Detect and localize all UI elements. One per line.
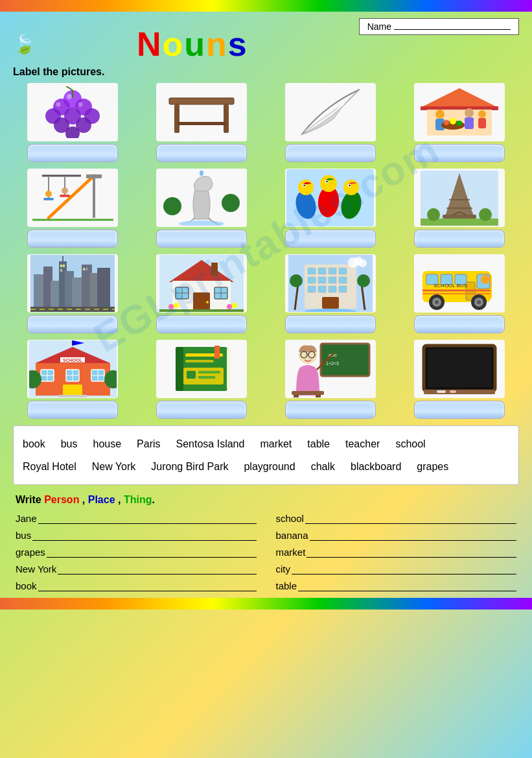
write-school-line[interactable]: [305, 512, 516, 524]
svg-point-119: [290, 274, 303, 287]
svg-rect-109: [308, 277, 316, 283]
svg-rect-111: [329, 277, 336, 283]
write-city-line[interactable]: [292, 563, 516, 574]
svg-rect-33: [86, 174, 102, 178]
wb-blackboard: blackboard: [351, 455, 401, 478]
pic-label-teacher[interactable]: [285, 401, 376, 419]
svg-point-138: [435, 300, 439, 304]
pic-label-hotel[interactable]: [285, 315, 376, 333]
pic-newyork: [27, 254, 118, 313]
pic-cell-book: [142, 340, 262, 419]
pic-label-table[interactable]: [156, 144, 247, 162]
svg-point-30: [457, 121, 462, 126]
svg-rect-172: [198, 371, 220, 373]
svg-rect-184: [316, 395, 321, 397]
pic-label-market[interactable]: [414, 144, 505, 162]
svg-rect-115: [329, 286, 336, 292]
pic-label-grapes[interactable]: [27, 144, 118, 162]
thing-label: Thing: [124, 494, 152, 505]
svg-rect-158: [58, 395, 87, 397]
pic-label-paris[interactable]: [414, 230, 505, 248]
name-label: Name: [367, 21, 391, 32]
write-bus-label: bus: [16, 530, 31, 541]
pic-market: [414, 83, 505, 141]
pic-label-book[interactable]: [156, 401, 247, 419]
write-banana: banana: [276, 529, 517, 541]
svg-rect-76: [97, 268, 110, 310]
svg-point-39: [45, 191, 52, 197]
pic-cell-grapes: [13, 83, 133, 162]
svg-point-65: [427, 208, 440, 221]
svg-rect-26: [478, 118, 486, 128]
leaf-icon: 🍃: [13, 34, 36, 55]
write-table-line[interactable]: [298, 580, 516, 591]
letter-N: N: [137, 25, 163, 63]
svg-rect-117: [322, 297, 339, 309]
wb-chalk: chalk: [311, 455, 335, 478]
write-jane-label: Jane: [16, 513, 37, 524]
svg-point-23: [465, 108, 474, 117]
svg-rect-165: [227, 349, 231, 389]
wb-playground: playground: [244, 455, 295, 478]
svg-point-125: [359, 259, 367, 267]
pic-label-merlion[interactable]: [156, 230, 247, 248]
write-grapes-line[interactable]: [47, 546, 257, 558]
write-market-line[interactable]: [306, 546, 516, 558]
pic-table: [156, 83, 247, 141]
pic-label-house[interactable]: [156, 315, 247, 333]
pic-label-parrots[interactable]: [285, 230, 376, 248]
write-book-line[interactable]: [38, 580, 257, 591]
svg-point-53: [304, 185, 305, 186]
svg-rect-82: [86, 268, 87, 270]
write-jane-line[interactable]: [38, 512, 257, 524]
main-content: 🍃 Nouns Name Label the pictures.: [0, 12, 532, 598]
person-label: Person: [44, 494, 79, 505]
pic-label-blackboard[interactable]: [414, 401, 505, 419]
svg-point-99: [174, 303, 179, 308]
svg-line-32: [49, 176, 94, 218]
pic-label-feather[interactable]: [285, 144, 376, 162]
write-market: market: [276, 546, 517, 558]
write-table: table: [276, 580, 517, 591]
svg-text:SCHOOL BUS: SCHOOL BUS: [434, 283, 467, 289]
wb-royalhotel: Royal Hotel: [23, 455, 76, 478]
write-grapes-label: grapes: [16, 547, 45, 558]
pic-cell-hotel: [271, 254, 391, 333]
svg-rect-107: [329, 268, 336, 274]
svg-rect-113: [308, 286, 316, 292]
letter-n: n: [206, 25, 228, 63]
pic-cell-paris: [399, 169, 519, 248]
svg-point-66: [479, 208, 492, 221]
write-newyork: New York: [16, 563, 257, 574]
svg-point-42: [163, 197, 181, 215]
pictures-grid: SCHOOL BUS: [13, 83, 519, 419]
write-jane: Jane: [16, 512, 257, 524]
svg-rect-108: [339, 268, 347, 274]
svg-point-55: [327, 181, 328, 182]
pic-label-school[interactable]: [27, 401, 118, 419]
pic-label-playground[interactable]: [27, 230, 118, 248]
wb-book: book: [23, 432, 45, 455]
header-row: 🍃 Nouns Name: [13, 18, 519, 64]
svg-rect-38: [60, 195, 70, 197]
pic-label-bus[interactable]: [414, 315, 505, 333]
write-title: Write Person , Place , Thing.: [16, 494, 516, 506]
write-school-right: school: [276, 512, 517, 524]
write-market-label: market: [276, 547, 306, 558]
wb-sentosa: Sentosa Island: [176, 432, 245, 455]
write-book: book: [16, 580, 257, 591]
letter-s: s: [228, 25, 248, 63]
write-bus-line[interactable]: [32, 529, 256, 541]
svg-rect-24: [465, 117, 474, 129]
svg-point-47: [298, 180, 314, 195]
write-newyork-line[interactable]: [58, 563, 256, 574]
write-banana-line[interactable]: [310, 529, 516, 541]
svg-rect-186: [428, 349, 491, 387]
pic-label-newyork[interactable]: [27, 315, 118, 333]
pic-school: SCHOOL: [27, 340, 118, 398]
svg-point-57: [349, 185, 351, 186]
wb-school: school: [395, 432, 425, 455]
write-school-label: school: [276, 513, 304, 524]
pic-cell-feather: [271, 83, 391, 162]
svg-text:1+2=3: 1+2=3: [326, 361, 339, 366]
